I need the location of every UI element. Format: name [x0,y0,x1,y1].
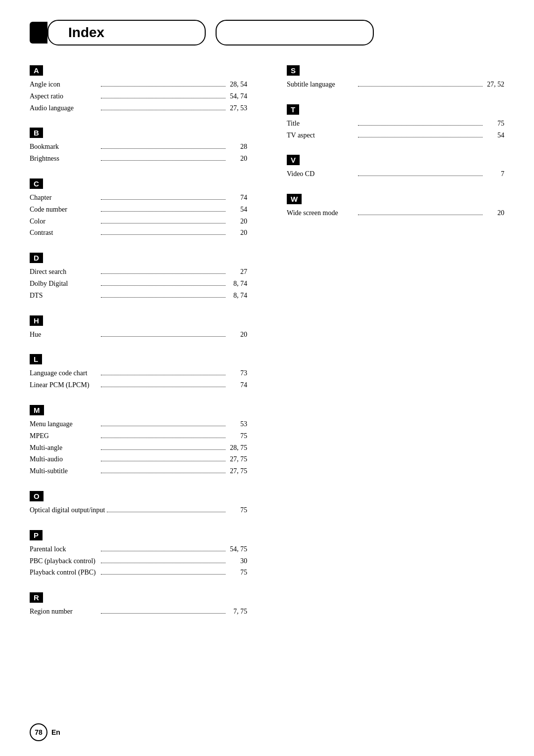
entry-dots [101,211,225,212]
section-letter: L [30,354,42,364]
entry-dots [107,512,225,512]
list-item: Multi-subtitle27, 75 [30,465,247,477]
header-right-box [216,20,374,45]
entry-page: 8, 74 [227,290,247,302]
section-letter: O [30,491,44,501]
entry-dots [101,438,225,438]
section-b: BBookmark28Brightness20 [30,128,247,165]
list-item: Parental lock54, 75 [30,543,247,555]
page-number: 78 [30,723,47,741]
header: Index [30,20,504,45]
list-item: DTS8, 74 [30,290,247,302]
section-letter: B [30,128,43,138]
entry-name: Video CD [287,168,356,180]
entry-page: 28, 75 [227,442,247,454]
list-item: Menu language53 [30,418,247,430]
entry-name: MPEG [30,430,99,442]
entry-name: Menu language [30,418,99,430]
entry-name: Aspect ratio [30,90,99,102]
page: Index AAngle icon28, 54Aspect ratio54, 7… [0,0,534,756]
list-item: Optical digital output/input75 [30,504,247,516]
section-letter: D [30,253,43,263]
entry-page: 20 [485,207,504,219]
entry-page: 30 [227,555,247,567]
section-o: OOptical digital output/input75 [30,491,247,516]
section-h: HHue20 [30,315,247,341]
entry-dots [101,574,225,575]
entry-name: PBC (playback control) [30,555,99,567]
entry-page: 75 [485,118,504,130]
list-item: Wide screen mode20 [287,207,504,219]
entry-page: 54 [227,204,247,216]
entry-page: 73 [227,367,247,379]
entry-name: Chapter [30,192,99,204]
entry-dots [358,215,483,215]
entry-name: Playback control (PBC) [30,567,99,578]
entry-name: Multi-subtitle [30,465,99,477]
list-item: Aspect ratio54, 74 [30,90,247,102]
entry-dots [101,273,225,274]
section-r: RRegion number7, 75 [30,592,247,618]
entry-dots [101,563,225,563]
entry-dots [101,613,225,614]
entry-page: 27, 53 [227,102,247,114]
section-s: SSubtitle language27, 52 [287,65,504,90]
entry-name: Language code chart [30,367,99,379]
entry-dots [358,86,483,87]
entry-name: Optical digital output/input [30,504,105,516]
list-item: Dolby Digital8, 74 [30,278,247,290]
list-item: Language code chart73 [30,367,247,379]
entry-name: Multi-angle [30,442,99,454]
section-c: CChapter74Code number54Color20Contrast20 [30,178,247,239]
entry-page: 54, 75 [227,543,247,555]
list-item: Audio language27, 53 [30,102,247,114]
footer: 78 En [30,723,60,741]
entry-dots [358,176,483,176]
entry-page: 20 [227,153,247,165]
entry-page: 20 [227,216,247,227]
entry-page: 54 [485,130,504,141]
entry-name: Wide screen mode [287,207,356,219]
section-t: TTitle75TV aspect54 [287,104,504,141]
section-letter: S [287,65,300,76]
list-item: Brightness20 [30,153,247,165]
entry-dots [101,449,225,450]
entry-dots [101,160,225,161]
entry-dots [358,125,483,126]
left-column: AAngle icon28, 54Aspect ratio54, 74Audio… [30,65,267,631]
entry-page: 75 [227,430,247,442]
list-item: Direct search27 [30,266,247,278]
list-item: Region number7, 75 [30,606,247,618]
section-letter: A [30,65,43,76]
entry-page: 27, 75 [227,465,247,477]
entry-dots [101,336,225,337]
entry-dots [101,98,225,98]
entry-page: 28, 54 [227,79,247,90]
entry-page: 27 [227,266,247,278]
entry-dots [101,234,225,235]
section-a: AAngle icon28, 54Aspect ratio54, 74Audio… [30,65,247,114]
entry-name: Bookmark [30,141,99,153]
entry-page: 8, 74 [227,278,247,290]
section-letter: V [287,155,300,165]
entry-dots [101,551,225,551]
section-letter: T [287,104,299,115]
section-w: WWide screen mode20 [287,194,504,219]
list-item: Angle icon28, 54 [30,79,247,90]
section-letter: P [30,530,43,540]
content: AAngle icon28, 54Aspect ratio54, 74Audio… [30,65,504,631]
language-label: En [51,728,60,736]
section-v: VVideo CD7 [287,155,504,180]
section-d: DDirect search27Dolby Digital8, 74DTS8, … [30,253,247,301]
entry-dots [101,461,225,461]
section-letter: M [30,405,44,415]
entry-dots [101,148,225,149]
entry-name: Hue [30,329,99,341]
entry-name: Contrast [30,227,99,239]
entry-name: Angle icon [30,79,99,90]
entry-name: Subtitle language [287,79,356,90]
entry-dots [101,387,225,387]
header-tab-black [30,22,47,44]
entry-dots [101,426,225,426]
list-item: Video CD7 [287,168,504,180]
